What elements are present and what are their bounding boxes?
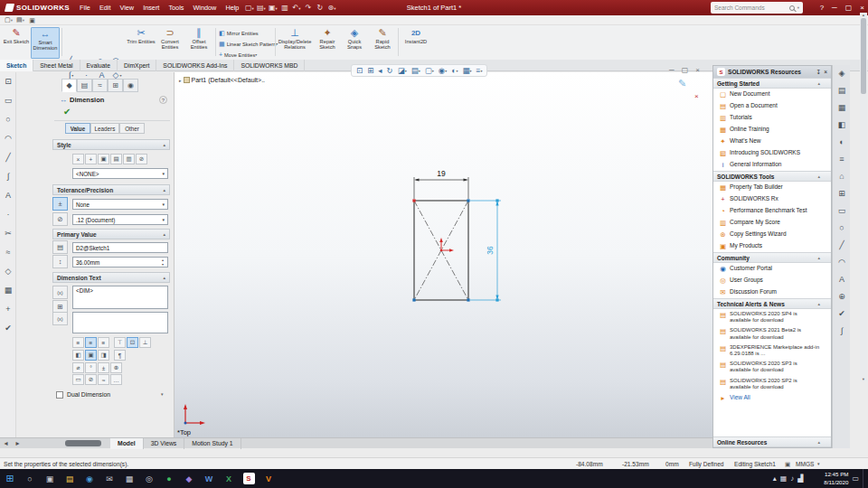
- diameter-symbol-button[interactable]: ⌀: [72, 362, 84, 373]
- solidworks-rx-item[interactable]: +SOLIDWORKS Rx: [713, 193, 831, 205]
- options-icon[interactable]: ⊛▾: [326, 0, 337, 16]
- section-solidworks-tools[interactable]: SOLIDWORKS Tools▴: [713, 171, 831, 182]
- doc-close-button[interactable]: ×: [695, 65, 700, 76]
- featuremanager-tab[interactable]: ▤: [77, 79, 92, 92]
- target-icon[interactable]: ⊕: [833, 288, 851, 305]
- style-save-favorite-button[interactable]: ▤: [110, 154, 122, 164]
- exit-sketch-button[interactable]: ✎ Exit Sketch: [2, 27, 31, 59]
- view-palette-icon[interactable]: ◧: [833, 117, 851, 134]
- appearances-icon[interactable]: ◐: [833, 134, 851, 151]
- point-icon[interactable]: ·: [0, 205, 16, 224]
- tab-sketch[interactable]: Sketch: [0, 60, 33, 71]
- discussion-forum-item[interactable]: ✉Discussion Forum: [713, 286, 831, 298]
- section-style[interactable]: Style▴: [52, 139, 170, 150]
- expand-icon[interactable]: ▾: [161, 391, 164, 397]
- new-file-icon[interactable]: ▢▾: [3, 14, 14, 25]
- convert-entities-button[interactable]: ⊃ Convert Entities: [156, 27, 184, 59]
- more-symbols-button[interactable]: …: [110, 374, 122, 385]
- check-icon[interactable]: ✔: [833, 305, 851, 323]
- compare-my-score-item[interactable]: ▥Compare My Score: [713, 217, 831, 229]
- doc-restore-button[interactable]: ▢: [682, 65, 689, 76]
- move-icon[interactable]: +: [0, 300, 16, 319]
- new-document-item[interactable]: ▢New Document: [713, 89, 831, 100]
- network-tray-icon[interactable]: ▟: [797, 474, 803, 483]
- section-view-icon[interactable]: ◪▾: [396, 65, 409, 76]
- introducing-solidworks-item[interactable]: ▧Introducing SOLIDWORKS: [713, 147, 831, 159]
- dimension-text-area[interactable]: <DIM>: [72, 286, 168, 309]
- section-technical-alerts[interactable]: Technical Alerts & News▴: [713, 298, 831, 309]
- trim-entities-button[interactable]: ✂ Trim Entities: [127, 27, 156, 59]
- general-information-item[interactable]: iGeneral Information: [713, 159, 831, 171]
- justify-left-button[interactable]: ≡: [72, 337, 84, 348]
- save-icon[interactable]: ▣▾: [267, 0, 278, 16]
- section-online-resources[interactable]: Online Resources▴: [713, 436, 831, 447]
- rapid-sketch-button[interactable]: ✎ Rapid Sketch: [368, 27, 397, 59]
- menu-edit[interactable]: Edit: [95, 0, 116, 15]
- arc-icon[interactable]: ◠: [0, 129, 16, 148]
- design-library-icon[interactable]: ▤: [833, 82, 851, 99]
- sketch-canvas[interactable]: 19 36: [389, 158, 515, 312]
- sketch-vertex[interactable]: [467, 298, 469, 301]
- displaymanager-tab[interactable]: ◉: [123, 79, 138, 92]
- tab-splitter-grip[interactable]: [65, 440, 101, 446]
- linear-sketch-pattern-button[interactable]: ▦ Linear Sketch Pattern ▾: [219, 39, 278, 49]
- quick-snaps-button[interactable]: ◈ Quick Snaps: [342, 27, 367, 59]
- confirmation-corner-cancel-icon[interactable]: ×: [694, 92, 699, 100]
- menu-help[interactable]: Help: [221, 0, 243, 15]
- polygon-icon[interactable]: ◇: [0, 262, 16, 281]
- view-all-link[interactable]: ▸View All: [713, 392, 831, 404]
- tab-dimxpert[interactable]: DimXpert: [118, 60, 156, 71]
- pm-tab-leaders[interactable]: Leaders: [90, 123, 119, 134]
- maximize-button[interactable]: ▢: [845, 0, 853, 15]
- tab-model[interactable]: Model: [110, 438, 144, 449]
- slope-symbol-button[interactable]: ⊘: [85, 374, 97, 385]
- fillet-icon[interactable]: ≈: [0, 243, 16, 262]
- pm-tab-value[interactable]: Value: [65, 123, 90, 134]
- repair-sketch-button[interactable]: ✦ Repair Sketch: [313, 27, 342, 59]
- text-icon[interactable]: A: [0, 186, 16, 205]
- online-training-item[interactable]: ▦Online Training: [713, 124, 831, 136]
- open-document-item[interactable]: ▤Open a Document: [713, 100, 831, 112]
- resources-tab-icon[interactable]: ◈: [833, 65, 851, 82]
- copy-settings-wizard-item[interactable]: ⊛Copy Settings Wizard: [713, 229, 831, 240]
- pm-help-icon[interactable]: ?: [159, 96, 167, 104]
- dimension-text-area-2[interactable]: [72, 312, 168, 333]
- print-icon[interactable]: ▥: [278, 0, 290, 15]
- dimension-height[interactable]: 36: [470, 199, 501, 301]
- view-orientation-icon[interactable]: ▤▾: [410, 65, 422, 76]
- rotate-view-icon[interactable]: ↻: [385, 65, 395, 76]
- smart-dimension-button[interactable]: ↔ Smart Dimension: [31, 27, 60, 59]
- zoom-fit-icon[interactable]: ⊡: [354, 65, 364, 76]
- tolerance-type-icon[interactable]: ±: [52, 197, 68, 211]
- align-top-button[interactable]: ⊤: [114, 337, 126, 348]
- whats-new-item[interactable]: ✦What's New: [713, 136, 831, 147]
- arc-icon[interactable]: ◠: [833, 254, 851, 271]
- mirror-entities-button[interactable]: ◧ Mirror Entities: [219, 28, 259, 38]
- menu-view[interactable]: View: [115, 0, 138, 15]
- move-entities-button[interactable]: + Move Entities ▾: [219, 50, 257, 60]
- spline-icon[interactable]: ∫: [833, 323, 851, 340]
- open-file-icon[interactable]: ▤▾: [14, 14, 26, 25]
- undo-icon[interactable]: ↶▾: [290, 0, 302, 16]
- tab-sheet-metal[interactable]: Sheet Metal: [33, 60, 80, 71]
- centerline-symbol-button[interactable]: ⊕: [110, 362, 122, 373]
- text-position-left-button[interactable]: ◧: [72, 350, 84, 361]
- offset-entities-button[interactable]: ∥ Offset Entities: [184, 27, 213, 59]
- file-explorer-taskbar-icon[interactable]: ▤: [60, 469, 80, 488]
- scroll-up-icon[interactable]: ▴: [863, 13, 864, 17]
- text-position-center-button[interactable]: ▣: [85, 350, 97, 361]
- custom-properties-icon[interactable]: ≡: [833, 151, 851, 168]
- menu-window[interactable]: Window: [188, 0, 221, 15]
- tolerance-type-dropdown[interactable]: None▾: [72, 199, 168, 210]
- pin-icon[interactable]: ↧: [816, 69, 822, 76]
- previous-view-icon[interactable]: ◂: [376, 65, 383, 76]
- save-file-icon[interactable]: ▣: [26, 15, 38, 25]
- dimension-handle[interactable]: [495, 298, 498, 301]
- style-update-favorite-button[interactable]: ▣: [98, 154, 109, 164]
- section-primary-value[interactable]: Primary Value▴: [52, 229, 170, 239]
- dimension-name-field[interactable]: D2@Sketch1: [72, 242, 168, 253]
- align-middle-button[interactable]: ⊡: [127, 337, 138, 348]
- text-position-right-button[interactable]: ◨: [98, 350, 109, 361]
- zoom-area-icon[interactable]: ⊞: [365, 65, 375, 76]
- mail-taskbar-icon[interactable]: ✉: [99, 469, 119, 488]
